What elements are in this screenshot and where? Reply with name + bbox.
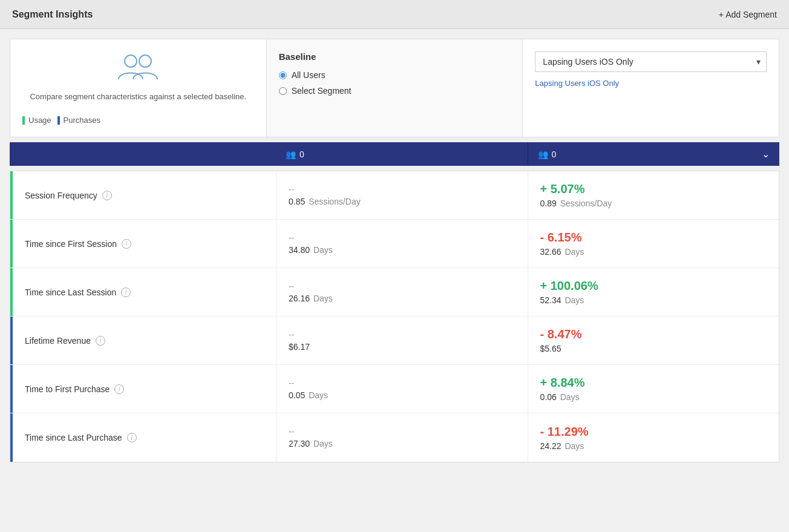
legend: Usage Purchases (22, 116, 100, 125)
baseline-value-1: 34.80 Days (289, 245, 516, 255)
segment-value-5: 24.22 Days (540, 441, 767, 451)
metric-label-2: Time since Last Session (25, 287, 116, 297)
baseline-title: Baseline (279, 51, 511, 62)
all-users-option[interactable]: All Users (279, 70, 511, 80)
svg-point-1 (139, 55, 151, 67)
info-icon-0[interactable]: i (102, 191, 112, 200)
metric-label-col-5: Time since Last Purchase i (10, 413, 277, 462)
baseline-value-5: 27.30 Days (289, 439, 516, 448)
baseline-value-col-4: -- 0.05 Days (277, 365, 528, 413)
segment-users-icon: 👥 (538, 149, 548, 159)
baseline-value-col-2: -- 26.16 Days (277, 268, 528, 316)
segment-value-col-1: - 6.15% 32.66 Days (528, 220, 779, 268)
metric-row: Time since First Session i -- 34.80 Days… (10, 220, 779, 268)
metric-label-4: Time to First Purchase (25, 384, 110, 394)
baseline-dash-3: -- (289, 330, 516, 340)
usage-legend-label: Usage (28, 116, 51, 125)
baseline-dash-2: -- (289, 281, 516, 291)
metric-row: Time since Last Session i -- 26.16 Days … (10, 268, 779, 317)
metric-label-col-3: Lifetime Revenue i (10, 317, 277, 364)
segment-selector-column: Lapsing Users iOS Only ▾ Lapsing Users i… (523, 39, 779, 137)
select-segment-label: Select Segment (292, 86, 352, 96)
metric-label-0: Session Frequency (25, 191, 97, 200)
baseline-count-bar: 👥 0 (276, 142, 528, 166)
segment-link[interactable]: Lapsing Users iOS Only (535, 79, 619, 88)
baseline-value-3: $6.17 (289, 342, 516, 352)
metric-row: Time to First Purchase i -- 0.05 Days + … (10, 365, 779, 413)
count-bars-row: 👥 0 👥 0 ⌄ (10, 142, 779, 166)
segment-select[interactable]: Lapsing Users iOS Only (535, 51, 767, 72)
segment-count-bar: 👥 0 ⌄ (528, 142, 780, 166)
segment-select-wrapper: Lapsing Users iOS Only ▾ (535, 51, 767, 72)
baseline-value-col-3: -- $6.17 (277, 317, 528, 364)
top-bar: Segment Insights + Add Segment (0, 0, 789, 29)
top-panel: Compare segment characteristics against … (10, 39, 779, 137)
segment-percent-0: + 5.07% (540, 182, 767, 196)
segment-value-col-5: - 11.29% 24.22 Days (528, 413, 779, 462)
count-bar-left (10, 142, 276, 166)
metric-row: Session Frequency i -- 0.85 Sessions/Day… (10, 171, 779, 220)
baseline-value-col-1: -- 34.80 Days (277, 220, 528, 268)
main-content: Compare segment characteristics against … (0, 29, 789, 472)
baseline-dash-1: -- (289, 233, 516, 243)
metric-row: Lifetime Revenue i -- $6.17 - 8.47% $5.6… (10, 317, 779, 365)
segment-percent-3: - 8.47% (540, 327, 767, 341)
select-segment-option[interactable]: Select Segment (279, 86, 511, 96)
usage-legend-dot (22, 116, 25, 125)
baseline-users-icon: 👥 (286, 149, 296, 159)
segment-value-3: $5.65 (540, 344, 767, 353)
info-icon-4[interactable]: i (114, 384, 124, 394)
info-icon-5[interactable]: i (127, 433, 137, 442)
metric-row: Time since Last Purchase i -- 27.30 Days… (10, 413, 779, 462)
segment-value-1: 32.66 Days (540, 247, 767, 257)
segment-value-col-0: + 5.07% 0.89 Sessions/Day (528, 171, 779, 219)
metric-label-1: Time since First Session (25, 239, 117, 249)
info-icon-3[interactable]: i (96, 336, 105, 346)
segment-value-4: 0.06 Days (540, 392, 767, 402)
all-users-radio[interactable] (279, 71, 287, 79)
baseline-value-2: 26.16 Days (289, 294, 516, 303)
purchases-legend-label: Purchases (64, 116, 100, 125)
segment-value-col-4: + 8.84% 0.06 Days (528, 365, 779, 413)
metric-label-col-0: Session Frequency i (10, 171, 277, 219)
add-segment-button[interactable]: + Add Segment (719, 10, 777, 19)
baseline-value-col-0: -- 0.85 Sessions/Day (277, 171, 528, 219)
metric-label-5: Time since Last Purchase (25, 433, 122, 442)
info-icon-2[interactable]: i (121, 287, 131, 297)
baseline-column: Baseline All Users Select Segment (267, 39, 523, 137)
description-text: Compare segment characteristics against … (30, 92, 246, 101)
svg-point-0 (125, 55, 137, 67)
segment-value-0: 0.89 Sessions/Day (540, 199, 767, 208)
baseline-count: 0 (300, 149, 304, 159)
segment-percent-1: - 6.15% (540, 231, 767, 245)
purchases-legend-dot (57, 116, 60, 125)
baseline-value-col-5: -- 27.30 Days (277, 413, 528, 462)
segment-count: 0 (552, 149, 557, 159)
all-users-label: All Users (292, 70, 326, 80)
segment-percent-2: + 100.06% (540, 279, 767, 293)
baseline-value-4: 0.05 Days (289, 390, 516, 400)
segment-percent-5: - 11.29% (540, 425, 767, 439)
baseline-dash-0: -- (289, 185, 516, 194)
baseline-dash-5: -- (289, 427, 516, 436)
info-icon-1[interactable]: i (122, 239, 131, 249)
metrics-table: Session Frequency i -- 0.85 Sessions/Day… (10, 171, 779, 462)
select-segment-radio[interactable] (279, 87, 287, 95)
metric-label-col-2: Time since Last Session i (10, 268, 277, 316)
baseline-dash-4: -- (289, 378, 516, 388)
segment-percent-4: + 8.84% (540, 376, 767, 390)
segment-value-2: 52.34 Days (540, 295, 767, 305)
metric-label-col-1: Time since First Session i (10, 220, 277, 268)
segment-value-col-3: - 8.47% $5.65 (528, 317, 779, 364)
baseline-value-0: 0.85 Sessions/Day (289, 197, 516, 206)
metric-label-3: Lifetime Revenue (25, 336, 91, 346)
page-title: Segment Insights (12, 9, 93, 20)
users-icon (116, 51, 160, 85)
description-column: Compare segment characteristics against … (10, 39, 267, 137)
segment-chevron-icon: ⌄ (762, 148, 770, 160)
segment-value-col-2: + 100.06% 52.34 Days (528, 268, 779, 316)
metric-label-col-4: Time to First Purchase i (10, 365, 277, 413)
